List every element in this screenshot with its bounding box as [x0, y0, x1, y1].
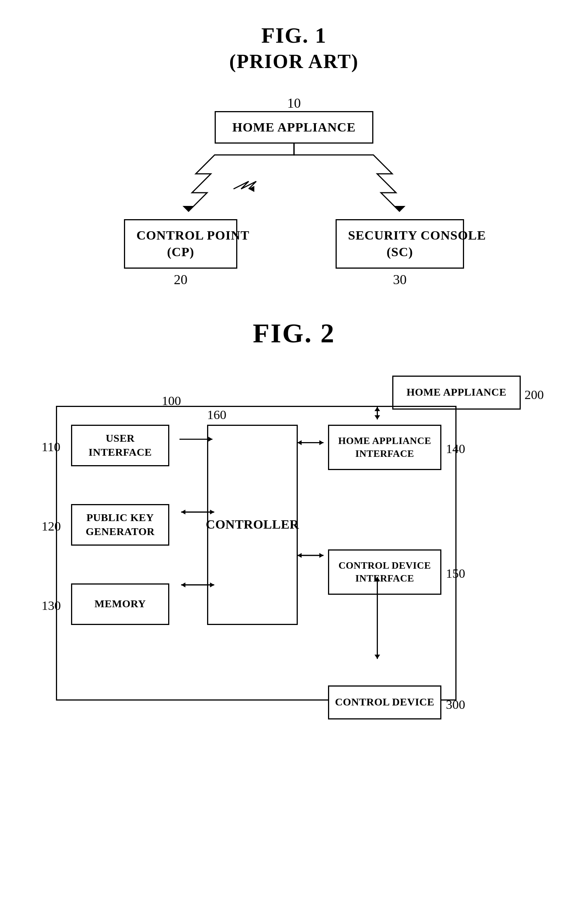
fig1-diagram: 10 HOME APPLIANCE CONTROL: [30, 95, 558, 288]
fig2-diagram: HOME APPLIANCE 200 100 USERINTERFACE 110…: [33, 368, 555, 708]
label-130: 130: [42, 599, 61, 613]
label-120: 120: [42, 519, 61, 533]
control-point-box: CONTROL POINT(CP): [124, 219, 237, 268]
home-appliance-box: HOME APPLIANCE: [215, 111, 373, 143]
svg-marker-0: [182, 206, 194, 212]
control-point-node: CONTROL POINT(CP) 20: [124, 219, 237, 287]
label-110: 110: [42, 440, 60, 454]
svg-marker-1: [394, 206, 406, 212]
home-appliance-box-2: HOME APPLIANCE: [392, 375, 521, 410]
fig1-section: FIG. 1 (PRIOR ART) 10 HOME APPLIANCE: [30, 23, 558, 288]
fig2-section: FIG. 2 HOME APPLIANCE 200 100 USERINTERF…: [30, 318, 558, 708]
user-interface-box: USERINTERFACE: [71, 425, 169, 466]
page: { "fig1": { "title": "FIG. 1", "subtitle…: [0, 0, 588, 908]
home-appliance-interface-box: HOME APPLIANCEINTERFACE: [328, 425, 441, 470]
fig1-title: FIG. 1: [261, 23, 327, 48]
label-100: 100: [162, 394, 181, 408]
label-150: 150: [446, 567, 465, 581]
label-10: 10: [287, 95, 301, 111]
fig1-arrows-svg: [124, 143, 464, 219]
security-console-box: SECURITY CONSOLE(SC): [335, 219, 464, 268]
label-300: 300: [446, 697, 465, 712]
memory-box: MEMORY: [71, 583, 169, 625]
controller-box: CONTROLLER: [207, 425, 298, 625]
control-device-interface-box: CONTROL DEVICEINTERFACE: [328, 549, 441, 595]
label-200: 200: [525, 388, 544, 402]
label-140: 140: [446, 442, 465, 456]
fig1-bottom-row: CONTROL POINT(CP) 20 SECURITY CONSOLE(SC…: [124, 219, 464, 287]
security-console-node: SECURITY CONSOLE(SC) 30: [335, 219, 464, 287]
label-20: 20: [174, 272, 187, 288]
fig1-subtitle: (PRIOR ART): [229, 50, 359, 72]
label-160: 160: [207, 408, 226, 422]
label-30: 30: [393, 272, 407, 288]
public-key-gen-box: PUBLIC KEYGENERATOR: [71, 504, 169, 546]
fig2-title: FIG. 2: [253, 318, 335, 349]
control-device-box: CONTROL DEVICE: [328, 686, 441, 720]
